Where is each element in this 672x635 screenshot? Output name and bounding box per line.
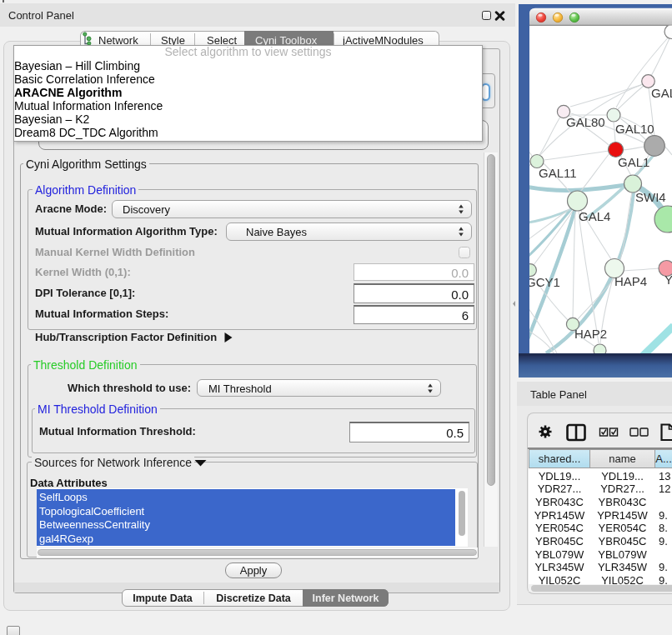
svg-text:GAL4: GAL4 [579,209,610,223]
svg-text:GAL10: GAL10 [615,122,654,136]
svg-text:GCY1: GCY1 [526,275,560,289]
svg-text:SWI4: SWI4 [635,190,666,204]
svg-text:HAP2: HAP2 [574,327,607,341]
svg-text:Y: Y [664,272,672,287]
svg-text:HAP4: HAP4 [614,274,647,288]
svg-text:GAL1: GAL1 [618,155,649,169]
svg-text:GAL7: GAL7 [651,86,672,100]
svg-text:GAL11: GAL11 [539,166,577,180]
svg-text:GAL80: GAL80 [566,115,605,129]
